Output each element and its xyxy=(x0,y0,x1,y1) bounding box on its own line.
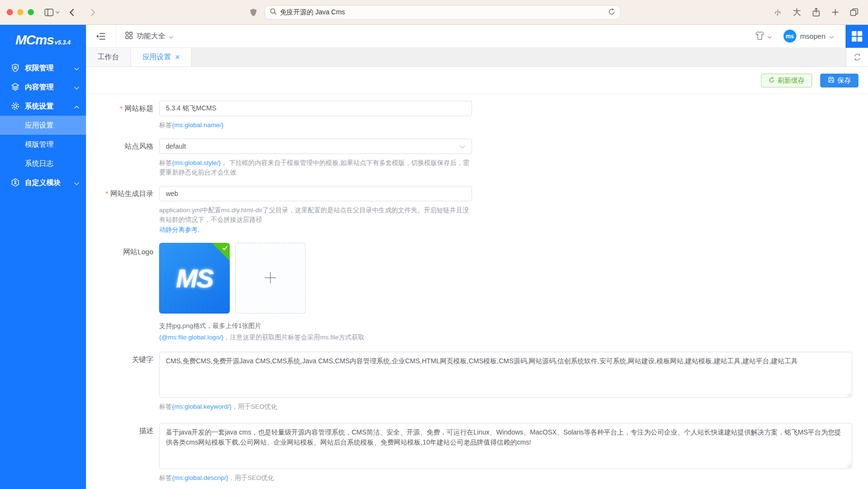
minimize-window-button[interactable] xyxy=(17,9,23,15)
app-logo: MCms v5.3.4 xyxy=(0,25,86,52)
sidebar-item-label: 内容管理 xyxy=(25,83,74,92)
site-style-select[interactable]: default xyxy=(159,139,472,154)
reload-button[interactable] xyxy=(608,8,615,17)
tab-label: 工作台 xyxy=(97,53,119,62)
description-help: 标签{ms:global.descrip/}，用于SEO优化 xyxy=(159,473,852,483)
sidebar-item-label: 权限管理 xyxy=(25,64,74,73)
refresh-tabs-button[interactable] xyxy=(846,48,868,66)
ms-logo-text: MS xyxy=(176,263,213,293)
help-text: 标签 xyxy=(159,121,172,129)
address-text: 免疫开源的 Java Cms xyxy=(280,8,345,17)
form-row-site-logo: 网站Logo MS xyxy=(86,243,868,342)
avatar: ms xyxy=(783,30,796,43)
sidebar-item-custom-modules[interactable]: 自定义模块 xyxy=(0,173,86,192)
privacy-shield-icon[interactable] xyxy=(246,5,260,20)
site-style-label: 站点风格 xyxy=(86,139,159,177)
back-button[interactable] xyxy=(64,5,79,20)
chevron-down-icon xyxy=(74,83,79,91)
grid-icon xyxy=(125,31,133,41)
badge-shield-icon xyxy=(11,63,20,73)
static-separation-link[interactable]: 动静分离参考, xyxy=(159,226,200,233)
sidebar-subitem-system-logs[interactable]: 系统日志 xyxy=(0,154,86,173)
site-title-label: 网站标题 xyxy=(86,101,159,130)
close-window-button[interactable] xyxy=(7,9,13,15)
save-button[interactable]: 保存 xyxy=(820,74,858,87)
help-text: 支持jpg,png格式，最多上传1张图片 xyxy=(159,322,261,329)
keywords-textarea[interactable]: CMS,免费CMS,免费开源Java CMS,CMS系统,Java CMS,CM… xyxy=(159,352,852,398)
sidebar-subitem-label: 应用设置 xyxy=(25,121,54,130)
refresh-cache-label: 刷新缓存 xyxy=(778,76,804,85)
sidebar-item-label: 自定义模块 xyxy=(25,178,74,187)
plus-icon xyxy=(263,271,278,286)
sidebar-panel-icon xyxy=(44,9,54,16)
chevron-down-icon xyxy=(74,64,79,72)
text-larger-button[interactable]: 大 xyxy=(790,5,804,20)
help-text: 标签 xyxy=(159,474,172,481)
form-row-description: 描述 基于java开发的一套java cms，也是轻量级开源内容管理系统，CMS… xyxy=(86,423,868,483)
chevron-down-icon xyxy=(74,179,79,187)
site-dir-input[interactable] xyxy=(159,186,472,201)
upload-logo-button[interactable] xyxy=(235,243,306,314)
help-text: 标签 xyxy=(159,159,172,166)
site-dir-help: application.yml中配置ms.diy.html-dir了父目录，这里… xyxy=(159,206,472,225)
template-tag: {ms:global.style/} xyxy=(172,159,221,166)
uploaded-logo-thumbnail[interactable]: MS xyxy=(159,243,230,314)
sidebar-item-system-settings[interactable]: 系统设置 xyxy=(0,97,86,116)
app-settings-panel: 刷新缓存 保存 网站标题 xyxy=(86,67,868,489)
app-menu-dropdown[interactable]: 功能大全 xyxy=(116,25,182,48)
chrome-right-controls: 小 大 xyxy=(771,5,861,20)
description-textarea[interactable]: 基于java开发的一套java cms，也是轻量级开源内容管理系统，CMS简洁、… xyxy=(159,423,852,469)
traffic-lights xyxy=(7,9,34,15)
keywords-help: 标签{ms:global.keyword/}，用于SEO优化 xyxy=(159,402,852,412)
sidebar-subitem-template-management[interactable]: 模版管理 xyxy=(0,135,86,154)
chevron-down-icon xyxy=(767,33,772,40)
sidebar-subitem-label: 系统日志 xyxy=(25,159,54,168)
site-title-input[interactable] xyxy=(159,101,472,116)
topbar: 功能大全 ms msopen xyxy=(86,25,868,48)
tab-app-settings[interactable]: 应用设置 xyxy=(131,48,192,66)
chevron-down-icon xyxy=(55,11,60,14)
site-logo-label: 网站Logo xyxy=(86,243,159,342)
sidebar-item-label: 系统设置 xyxy=(25,102,74,111)
user-menu[interactable]: ms msopen xyxy=(779,30,841,43)
gear-icon xyxy=(11,101,20,111)
sidebar-menu: 权限管理 内容管理 xyxy=(0,58,86,192)
app-menu-label: 功能大全 xyxy=(137,32,165,41)
refresh-cache-button[interactable]: 刷新缓存 xyxy=(761,74,812,87)
template-tag: {@ms:file global.logo/} xyxy=(159,334,224,341)
share-button[interactable] xyxy=(809,5,823,20)
tab-close-icon[interactable] xyxy=(175,55,180,59)
description-label: 描述 xyxy=(86,423,159,483)
address-bar-area: 免疫开源的 Java Cms xyxy=(100,5,767,20)
sidebar-item-content[interactable]: 内容管理 xyxy=(0,77,86,97)
check-icon xyxy=(222,244,228,252)
browser-sidebar-toggle-button[interactable] xyxy=(44,5,60,20)
sidebar-item-permissions[interactable]: 权限管理 xyxy=(0,58,86,77)
sidebar-subitem-app-settings[interactable]: 应用设置 xyxy=(0,116,86,135)
brand-name: MCms xyxy=(15,33,54,48)
app-grid-button[interactable] xyxy=(846,25,868,48)
tab-label: 应用设置 xyxy=(142,53,171,62)
text-smaller-button[interactable]: 小 xyxy=(771,5,785,20)
chevron-down-icon xyxy=(829,33,834,40)
new-tab-button[interactable] xyxy=(828,5,842,20)
collapse-sidebar-button[interactable] xyxy=(86,25,116,48)
help-text: 标签 xyxy=(159,403,172,410)
theme-skin-dropdown[interactable] xyxy=(748,31,779,42)
browser-chrome: 免疫开源的 Java Cms 小 大 xyxy=(0,0,868,25)
save-label: 保存 xyxy=(837,76,851,85)
template-tag: {ms:global.descrip/} xyxy=(172,474,228,481)
tab-overview-button[interactable] xyxy=(847,5,861,20)
refresh-icon xyxy=(769,77,775,85)
help-text: ，用于SEO优化 xyxy=(232,403,278,410)
tab-workbench[interactable]: 工作台 xyxy=(86,48,131,66)
address-bar[interactable]: 免疫开源的 Java Cms xyxy=(265,5,621,20)
forward-button[interactable] xyxy=(86,5,100,20)
sidebar: MCms v5.3.4 权限管理 内容管理 xyxy=(0,25,86,489)
form-row-site-dir: 网站生成目录 application.yml中配置ms.diy.html-dir… xyxy=(86,186,868,234)
form-row-site-title: 网站标题 标签{ms:global.name/} xyxy=(86,101,868,130)
form-row-site-style: 站点风格 default 标签{ms:global.style/}， 下拉框的内 xyxy=(86,139,868,177)
chevron-down-icon xyxy=(460,142,465,150)
save-icon xyxy=(828,76,835,85)
zoom-window-button[interactable] xyxy=(28,9,34,15)
